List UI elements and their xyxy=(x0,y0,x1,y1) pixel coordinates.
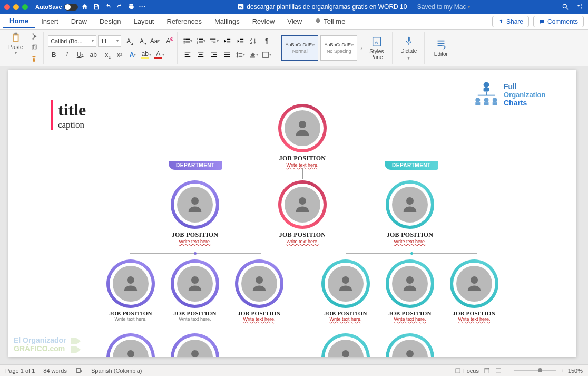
toggle-icon[interactable] xyxy=(64,4,78,11)
highlight-button[interactable]: ab▾ xyxy=(140,49,152,61)
undo-icon[interactable] xyxy=(104,3,112,11)
print-icon[interactable] xyxy=(128,3,135,11)
job-subtext[interactable]: Write text here. xyxy=(394,239,426,244)
org-node[interactable] xyxy=(106,333,155,357)
grow-font-button[interactable]: A▴ xyxy=(123,35,134,47)
shading-button[interactable]: ▾ xyxy=(248,49,259,61)
language-status[interactable]: Spanish (Colombia) xyxy=(91,368,142,374)
borders-button[interactable]: ▾ xyxy=(261,49,272,61)
tab-references[interactable]: References xyxy=(161,15,208,28)
job-subtext[interactable]: Write text here. xyxy=(394,316,426,322)
subscript-button[interactable]: x2 xyxy=(101,49,112,61)
save-icon[interactable] xyxy=(93,3,100,11)
align-right-button[interactable] xyxy=(208,49,220,61)
tab-draw[interactable]: Draw xyxy=(65,15,93,28)
zoom-out-button[interactable]: − xyxy=(506,368,509,374)
job-label[interactable]: JOB POSITION xyxy=(279,155,326,162)
org-node[interactable]: JOB POSITION Write text here. xyxy=(278,180,327,244)
zoom-level[interactable]: 150% xyxy=(568,368,583,374)
pilcrow-button[interactable]: ¶ xyxy=(261,35,272,47)
org-node[interactable] xyxy=(321,333,370,357)
multilevel-button[interactable]: ▾ xyxy=(208,35,220,47)
style-normal[interactable]: AaBbCcDdEe Normal xyxy=(281,35,318,61)
justify-button[interactable] xyxy=(221,49,233,61)
org-node[interactable]: JOB POSITION Write text here. xyxy=(450,259,498,322)
tab-home[interactable]: Home xyxy=(3,14,35,28)
job-label[interactable]: JOB POSITION xyxy=(324,310,367,316)
cut-button[interactable] xyxy=(28,32,40,41)
job-subtext[interactable]: Write text here. xyxy=(287,239,319,244)
job-subtext[interactable]: Write text here. xyxy=(330,316,362,322)
align-left-button[interactable] xyxy=(182,49,193,61)
bullets-button[interactable]: ▾ xyxy=(182,35,193,47)
font-size-select[interactable]: 11▾ xyxy=(98,35,121,47)
numbering-button[interactable]: 123▾ xyxy=(195,35,207,47)
close-icon[interactable] xyxy=(4,4,10,10)
tab-review[interactable]: Review xyxy=(246,15,281,28)
org-node[interactable]: JOB POSITION Write text here. xyxy=(235,259,283,322)
minimize-icon[interactable] xyxy=(13,4,19,10)
job-label[interactable]: JOB POSITION xyxy=(388,310,432,316)
page-caption[interactable]: caption xyxy=(58,120,86,130)
dictate-button[interactable]: Dictate▾ xyxy=(397,32,421,64)
styles-more-button[interactable]: › xyxy=(358,45,365,51)
zoom-in-button[interactable]: + xyxy=(560,368,563,374)
decrease-indent-button[interactable] xyxy=(221,35,233,47)
document-area[interactable]: title caption Full Organization Charts D… xyxy=(0,66,588,364)
home-icon[interactable] xyxy=(81,3,89,11)
share-button[interactable]: Share xyxy=(492,16,529,27)
job-subtext[interactable]: Write text here. xyxy=(458,316,491,322)
page-title[interactable]: title xyxy=(58,100,86,120)
styles-pane-button[interactable]: A Styles Pane xyxy=(365,36,389,60)
org-node[interactable]: JOB POSITION Write text here. xyxy=(171,180,219,244)
dept-badge[interactable]: DEPARTMENT xyxy=(169,161,222,170)
org-node[interactable]: JOB POSITION Write text here. xyxy=(386,259,434,322)
chevron-down-icon[interactable]: ▾ xyxy=(468,5,470,9)
font-name-select[interactable]: Calibri (Bo...▾ xyxy=(48,35,96,47)
title-block[interactable]: title caption xyxy=(51,100,86,130)
tell-me[interactable]: Tell me xyxy=(308,15,351,28)
tab-design[interactable]: Design xyxy=(93,15,127,28)
job-subtext[interactable]: Write text here. xyxy=(287,162,319,168)
org-node[interactable]: JOB POSITION Write text here. xyxy=(321,259,370,322)
job-subtext[interactable]: Write text here. xyxy=(115,316,147,322)
paste-button[interactable]: Paste ▾ xyxy=(6,32,25,64)
tab-view[interactable]: View xyxy=(281,15,308,28)
line-spacing-button[interactable]: ▾ xyxy=(234,49,246,61)
tab-layout[interactable]: Layout xyxy=(127,15,160,28)
font-color-button[interactable]: A▾ xyxy=(153,49,165,61)
org-node[interactable]: JOB POSITION Write text here. xyxy=(171,259,219,322)
increase-indent-button[interactable] xyxy=(234,35,246,47)
tab-mailings[interactable]: Mailings xyxy=(208,15,246,28)
tab-insert[interactable]: Insert xyxy=(35,15,65,28)
copy-button[interactable] xyxy=(28,43,40,53)
share-menu-icon[interactable] xyxy=(576,3,584,11)
org-node[interactable] xyxy=(386,333,434,357)
word-count[interactable]: 84 words xyxy=(43,368,67,374)
style-nospacing[interactable]: AaBbCcDdEe No Spacing xyxy=(320,35,357,61)
search-icon[interactable] xyxy=(562,3,569,11)
change-case-button[interactable]: Aa▾ xyxy=(149,35,161,47)
clear-format-button[interactable]: A⊘ xyxy=(162,35,174,47)
sort-button[interactable]: AZ xyxy=(248,35,259,47)
shrink-font-button[interactable]: A▾ xyxy=(136,35,148,47)
job-label[interactable]: JOB POSITION xyxy=(238,310,281,316)
org-node[interactable]: JOB POSITION Write text here. xyxy=(386,180,434,244)
org-node[interactable]: JOB POSITION Write text here. xyxy=(278,104,327,168)
focus-button[interactable]: Focus xyxy=(454,367,479,374)
dept-badge[interactable]: DEPARTMENT xyxy=(385,161,438,170)
editor-button[interactable]: Editor xyxy=(429,32,453,64)
align-center-button[interactable] xyxy=(195,49,207,61)
org-node[interactable] xyxy=(171,333,219,357)
job-subtext[interactable]: Write text here. xyxy=(243,316,276,322)
overflow-icon[interactable]: ··· xyxy=(139,3,146,11)
job-label[interactable]: JOB POSITION xyxy=(173,310,217,316)
job-label[interactable]: JOB POSITION xyxy=(387,231,434,239)
job-subtext[interactable]: Write text here. xyxy=(179,239,211,244)
page-number[interactable]: Page 1 of 1 xyxy=(5,368,35,374)
job-label[interactable]: JOB POSITION xyxy=(453,310,496,316)
web-layout-icon[interactable] xyxy=(495,367,502,374)
job-label[interactable]: JOB POSITION xyxy=(279,231,326,239)
underline-button[interactable]: U▾ xyxy=(74,49,86,61)
format-painter-button[interactable] xyxy=(28,54,40,64)
